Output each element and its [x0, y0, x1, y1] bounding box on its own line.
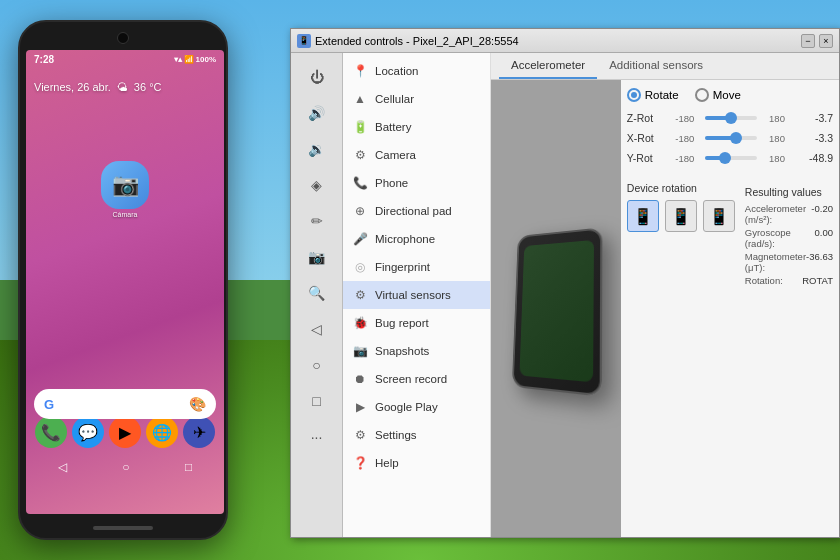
phone-app-area: 📷 Cámara — [26, 161, 224, 218]
y-rot-label: Y-Rot — [627, 152, 665, 164]
x-rot-value: -3.3 — [797, 132, 833, 144]
nav-microphone[interactable]: 🎤 Microphone — [343, 225, 490, 253]
move-radio[interactable] — [695, 88, 709, 102]
sidebar-eraser-icon[interactable]: ✏ — [299, 205, 335, 237]
nav-battery[interactable]: 🔋 Battery — [343, 113, 490, 141]
sidebar-zoom-icon[interactable]: 🔍 — [299, 277, 335, 309]
nav-snapshots-label: Snapshots — [375, 345, 429, 357]
nav-cellular-label: Cellular — [375, 93, 414, 105]
nav-help[interactable]: ❓ Help — [343, 449, 490, 477]
phone-icon: 📞 — [353, 176, 367, 190]
nav-camera[interactable]: ⚙ Camera — [343, 141, 490, 169]
phone-signal-icon: 📶 — [184, 55, 194, 64]
nav-bug-report[interactable]: 🐞 Bug report — [343, 309, 490, 337]
move-option[interactable]: Move — [695, 88, 741, 102]
nav-settings-label: Settings — [375, 429, 417, 441]
google-assistant-icon[interactable]: 🎨 — [189, 396, 206, 412]
phone-app-telegram[interactable]: ✈ — [183, 416, 215, 448]
virtual-sensors-icon: ⚙ — [353, 288, 367, 302]
z-rot-thumb[interactable] — [725, 112, 737, 124]
sidebar-square-icon[interactable]: □ — [299, 385, 335, 417]
rotate-option[interactable]: Rotate — [627, 88, 679, 102]
dpad-icon: ⊕ — [353, 204, 367, 218]
ext-title-left: 📱 Extended controls - Pixel_2_API_28:555… — [297, 34, 519, 48]
nav-fingerprint[interactable]: ◎ Fingerprint — [343, 253, 490, 281]
phone-battery: 100% — [196, 55, 216, 64]
google-g-icon: G — [44, 397, 54, 412]
nav-location[interactable]: 📍 Location — [343, 57, 490, 85]
nav-phone[interactable]: 📞 Phone — [343, 169, 490, 197]
tab-additional-sensors[interactable]: Additional sensors — [597, 53, 715, 79]
nav-settings[interactable]: ⚙ Settings — [343, 421, 490, 449]
nav-virtual-sensors[interactable]: ⚙ Virtual sensors — [343, 281, 490, 309]
sidebar-volume-icon[interactable]: 🔊 — [299, 97, 335, 129]
minimize-button[interactable]: − — [801, 34, 815, 48]
nav-screen-record[interactable]: ⏺ Screen record — [343, 365, 490, 393]
landscape-rotation-btn[interactable]: 📱 — [665, 200, 697, 232]
z-rot-label: Z-Rot — [627, 112, 665, 124]
ext-main-panel: Accelerometer Additional sensors — [491, 53, 839, 537]
phone-recents-btn[interactable]: □ — [185, 460, 192, 474]
settings-icon: ⚙ — [353, 428, 367, 442]
rot-label: Rotation: — [745, 275, 783, 286]
result-rotation: Rotation: ROTAT — [745, 274, 833, 287]
phone-wifi-icon: ▾▴ — [174, 55, 182, 64]
result-gyroscope: Gyroscope (rad/s): 0.00 — [745, 226, 833, 250]
phone-3d-preview — [491, 80, 621, 537]
phone-app-play[interactable]: ▶ — [109, 416, 141, 448]
nav-cellular[interactable]: ▲ Cellular — [343, 85, 490, 113]
phone-date: Viernes, 26 abr. — [34, 81, 111, 93]
snapshots-icon: 📷 — [353, 344, 367, 358]
sidebar-power-icon[interactable]: ⏻ — [299, 61, 335, 93]
nav-virtual-sensors-label: Virtual sensors — [375, 289, 451, 301]
y-rot-max: 180 — [763, 153, 791, 164]
sidebar-camera-icon[interactable]: 📷 — [299, 241, 335, 273]
z-rot-track[interactable] — [705, 116, 757, 120]
y-rot-thumb[interactable] — [719, 152, 731, 164]
ext-nav-menu: 📍 Location ▲ Cellular 🔋 Battery ⚙ Camera… — [343, 53, 491, 537]
portrait-reverse-rotation-btn[interactable]: 📱 — [703, 200, 735, 232]
nav-google-play[interactable]: ▶ Google Play — [343, 393, 490, 421]
sidebar-back-icon[interactable]: ◁ — [299, 313, 335, 345]
phone-app-phone[interactable]: 📞 — [35, 416, 67, 448]
acc-value: -0.20 — [811, 203, 833, 225]
ext-title-controls: − × — [801, 34, 833, 48]
phone-camera-app-icon[interactable]: 📷 — [101, 161, 149, 209]
portrait-rotation-btn[interactable]: 📱 — [627, 200, 659, 232]
resulting-values-title: Resulting values — [745, 186, 833, 198]
z-rot-row: Z-Rot -180 180 -3.7 — [627, 112, 833, 124]
phone-camera — [117, 32, 129, 44]
sidebar-more-icon[interactable]: ··· — [299, 421, 335, 453]
phone-search-bar[interactable]: G 🎨 — [34, 389, 216, 419]
x-rot-track[interactable] — [705, 136, 757, 140]
phone-app-chrome[interactable]: 🌐 — [146, 416, 178, 448]
nav-snapshots[interactable]: 📷 Snapshots — [343, 337, 490, 365]
rotate-radio[interactable] — [627, 88, 641, 102]
sidebar-volume2-icon[interactable]: 🔉 — [299, 133, 335, 165]
screen-record-icon: ⏺ — [353, 372, 367, 386]
nav-bug-report-label: Bug report — [375, 317, 429, 329]
phone-weather-icon: 🌤 — [117, 81, 128, 93]
rotation-buttons: 📱 📱 📱 — [627, 200, 735, 232]
ext-sidebar: ⏻ 🔊 🔉 ◈ ✏ 📷 🔍 ◁ ○ □ ··· — [291, 53, 343, 537]
help-icon: ❓ — [353, 456, 367, 470]
phone-3d-model — [512, 227, 603, 396]
phone-app-messages[interactable]: 💬 — [72, 416, 104, 448]
phone-back-btn[interactable]: ◁ — [58, 460, 67, 474]
phone-home-btn[interactable]: ○ — [122, 460, 129, 474]
z-rot-max: 180 — [763, 113, 791, 124]
resulting-values-panel: Resulting values Accelerometer (m/s²): -… — [745, 186, 833, 287]
close-button[interactable]: × — [819, 34, 833, 48]
battery-icon: 🔋 — [353, 120, 367, 134]
mag-label: Magnetometer (μT): — [745, 251, 806, 273]
nav-dpad[interactable]: ⊕ Directional pad — [343, 197, 490, 225]
sensor-content: Rotate Move Z-Rot -180 — [491, 80, 839, 537]
sidebar-diamond-icon[interactable]: ◈ — [299, 169, 335, 201]
sidebar-circle-icon[interactable]: ○ — [299, 349, 335, 381]
x-rot-thumb[interactable] — [730, 132, 742, 144]
ext-window-title: Extended controls - Pixel_2_API_28:5554 — [315, 35, 519, 47]
x-rot-max: 180 — [763, 133, 791, 144]
y-rot-track[interactable] — [705, 156, 757, 160]
phone-status-right: ▾▴ 📶 100% — [174, 55, 216, 64]
tab-accelerometer[interactable]: Accelerometer — [499, 53, 597, 79]
